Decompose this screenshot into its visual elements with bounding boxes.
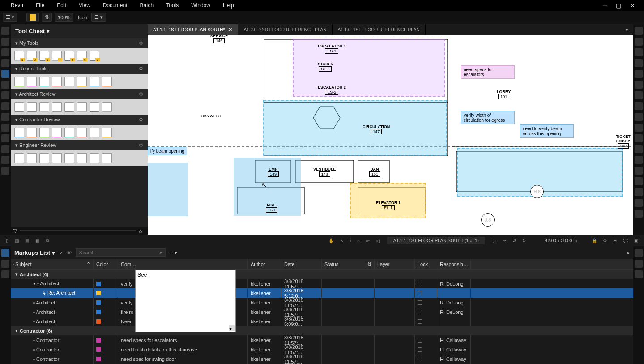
tool-section-recent-tools[interactable]: ▾ Recent Tools⚙: [11, 64, 148, 74]
tool-item[interactable]: [52, 102, 62, 112]
tool-item[interactable]: [77, 77, 87, 86]
tool-item[interactable]: [102, 153, 112, 163]
tool-item[interactable]: [90, 153, 99, 163]
presentation-icon[interactable]: ▣: [632, 237, 640, 244]
menu-revu[interactable]: Revu: [4, 2, 30, 9]
layers-icon[interactable]: [1, 59, 9, 67]
tool-chest-icon[interactable]: [1, 70, 9, 78]
col-layer[interactable]: Layer: [375, 259, 415, 269]
tool-section-contractor-review[interactable]: ▾ Contractor Review⚙: [11, 115, 148, 125]
prev-page-icon[interactable]: ◁: [374, 237, 382, 244]
lock-checkbox[interactable]: [418, 357, 422, 361]
lock-checkbox[interactable]: [418, 347, 422, 352]
tool-item[interactable]: [64, 77, 74, 86]
rectangle-tool-icon[interactable]: [635, 91, 643, 99]
popup-dropdown-icon[interactable]: ▾: [229, 325, 235, 331]
markup-row[interactable]: ▫ Contractorneed spec for swing doorbkel…: [11, 354, 633, 364]
markup-row[interactable]: ▾ ▫ Architectverifybkelleher3/8/2018 11:…: [11, 279, 633, 288]
arrow-tool-icon[interactable]: [635, 81, 643, 89]
tool-item[interactable]: [27, 102, 37, 112]
tool-item[interactable]: [90, 128, 99, 137]
thumbnails-icon[interactable]: [1, 27, 9, 35]
image-tool-icon[interactable]: [635, 124, 643, 132]
tool-item[interactable]: [64, 153, 74, 163]
first-page-icon[interactable]: ⇤: [364, 237, 372, 244]
profile-dropdown[interactable]: ☰ ▾: [3, 13, 17, 22]
zoom-slider[interactable]: [20, 230, 136, 231]
rotate-icon[interactable]: ⟳: [601, 237, 609, 244]
single-page-icon[interactable]: ▯: [4, 237, 11, 244]
tabs-menu-icon[interactable]: ▾: [620, 24, 633, 35]
tool-section-my-tools[interactable]: ▾ My Tools⚙: [11, 38, 148, 48]
menu-window[interactable]: Window: [185, 2, 217, 9]
markup-group[interactable]: ▾ Contractor (6): [11, 326, 633, 335]
tool-item[interactable]: [77, 128, 87, 137]
markup-callout[interactable]: ify beam opening: [148, 147, 187, 155]
cloud-tool-icon[interactable]: [635, 113, 643, 121]
markup-callout[interactable]: verify width of circulation for egress: [461, 111, 515, 124]
markup-row[interactable]: ▫ Contractorneed specs for escalatorsbke…: [11, 335, 633, 345]
lock-icon[interactable]: 🔒: [589, 237, 599, 244]
select-tool-icon[interactable]: ↖: [338, 237, 346, 244]
prev-view-icon[interactable]: ↺: [510, 237, 518, 244]
tool-item[interactable]: 4: [52, 51, 62, 61]
next-view-icon[interactable]: ↻: [520, 237, 528, 244]
text-tool-icon[interactable]: [635, 27, 643, 35]
tool-item[interactable]: [27, 77, 37, 86]
last-page-icon[interactable]: ⇥: [500, 237, 508, 244]
tool-item[interactable]: 2: [27, 51, 37, 61]
zoom-tool-icon[interactable]: ⌕: [355, 237, 362, 244]
quantity-icon[interactable]: [635, 249, 643, 257]
zoom-out-icon[interactable]: ▽: [13, 228, 17, 234]
tool-item[interactable]: 6: [77, 51, 87, 61]
tool-item[interactable]: 1: [14, 51, 24, 61]
tool-item[interactable]: [14, 128, 24, 137]
menu-batch[interactable]: Batch: [134, 2, 160, 9]
gear-icon[interactable]: ⚙: [139, 66, 143, 72]
tool-item[interactable]: 3: [39, 51, 49, 61]
dimmer-icon[interactable]: ☀: [611, 237, 619, 244]
tool-item[interactable]: [39, 128, 49, 137]
markup-row[interactable]: ↳ Re: Architectbkelleher3/8/2018 5:12:0.…: [11, 288, 633, 298]
markup-group[interactable]: ▾ Architect (4): [11, 270, 633, 279]
menu-help[interactable]: Help: [217, 2, 240, 9]
lock-checkbox[interactable]: [418, 282, 422, 286]
dimension-tool-icon[interactable]: [635, 145, 643, 153]
col-responsibility[interactable]: Responsib…: [437, 259, 471, 269]
menu-edit[interactable]: Edit: [51, 2, 73, 9]
highlight-tool-icon[interactable]: [635, 59, 643, 67]
tool-item[interactable]: [77, 153, 87, 163]
markup-row[interactable]: ▫ Contractorneed finish details on this …: [11, 345, 633, 354]
tool-item[interactable]: [102, 128, 112, 137]
tool-section-engineer-review[interactable]: ▾ Engineer Review⚙: [11, 140, 148, 150]
note-tool-icon[interactable]: [635, 38, 643, 46]
studio-icon[interactable]: [1, 102, 9, 110]
callout-tool-icon[interactable]: [635, 188, 643, 196]
3d-icon[interactable]: [1, 270, 9, 278]
markup-callout[interactable]: need to verify beam across this opening: [520, 124, 574, 138]
lock-checkbox[interactable]: [418, 310, 422, 314]
tab-1st-floor-ref[interactable]: A1.1.0_1ST FLOOR REFERENCE PLAN: [333, 24, 426, 35]
signatures-icon[interactable]: [1, 145, 9, 153]
comment-popup[interactable]: See | ▾: [135, 270, 236, 332]
tool-item[interactable]: [102, 102, 112, 112]
multi-page-icon[interactable]: ▦: [33, 237, 42, 244]
menu-view[interactable]: View: [73, 2, 97, 9]
tool-item[interactable]: [64, 128, 74, 137]
menu-document[interactable]: Document: [97, 2, 134, 9]
split-vertical-icon[interactable]: ▥: [13, 237, 21, 244]
polygon-tool-icon[interactable]: [635, 167, 643, 175]
arc-tool-icon[interactable]: [635, 177, 643, 185]
markup-row[interactable]: ▫ Architectfire robkelleher3/8/2018 11:5…: [11, 307, 633, 317]
tool-item[interactable]: [27, 128, 37, 137]
gear-icon[interactable]: ⚙: [139, 117, 143, 123]
properties-icon[interactable]: [1, 81, 9, 89]
tool-item[interactable]: [39, 77, 49, 86]
menu-tools[interactable]: Tools: [160, 2, 185, 9]
tool-item[interactable]: [39, 153, 49, 163]
col-author[interactable]: Author: [248, 259, 281, 269]
tool-item[interactable]: 7: [90, 51, 99, 61]
tool-item[interactable]: [52, 128, 62, 137]
count-tool-icon[interactable]: [635, 199, 643, 207]
detach-icon[interactable]: ⧉: [43, 237, 51, 244]
